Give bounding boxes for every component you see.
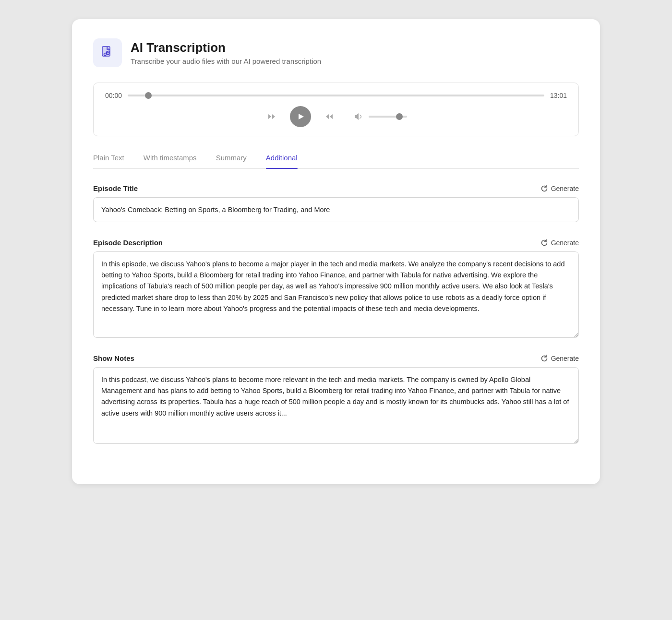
episode-title-generate-button[interactable]: Generate (540, 185, 579, 192)
progress-knob[interactable] (145, 92, 152, 99)
play-button[interactable] (290, 106, 311, 127)
audio-file-icon (100, 46, 115, 60)
progress-bar[interactable] (128, 95, 544, 96)
tab-plain-text[interactable]: Plain Text (93, 154, 124, 168)
rewind-button[interactable] (265, 109, 279, 124)
tabs: Plain Text With timestamps Summary Addit… (93, 154, 579, 169)
progress-row: 00:00 13:01 (105, 92, 567, 99)
show-notes-section: Show Notes Generate (93, 354, 579, 446)
episode-title-label: Episode Title (93, 184, 138, 192)
show-notes-header: Show Notes Generate (93, 354, 579, 362)
audio-player: 00:00 13:01 (93, 83, 579, 136)
show-notes-generate-button[interactable]: Generate (540, 355, 579, 362)
episode-description-label: Episode Description (93, 238, 163, 247)
play-icon (296, 112, 305, 121)
total-time: 13:01 (550, 92, 567, 99)
app-icon (93, 38, 122, 67)
volume-bar[interactable] (369, 116, 407, 118)
episode-description-header: Episode Description Generate (93, 238, 579, 247)
regenerate-icon-2 (540, 239, 548, 247)
volume-button[interactable] (351, 110, 365, 123)
tab-additional[interactable]: Additional (266, 154, 298, 168)
regenerate-icon (540, 185, 548, 192)
volume-icon (353, 112, 363, 121)
current-time: 00:00 (105, 92, 122, 99)
app-title: AI Transcription (131, 40, 321, 55)
show-notes-input[interactable] (93, 367, 579, 444)
rewind-icon (267, 111, 277, 122)
episode-title-header: Episode Title Generate (93, 184, 579, 192)
app-subtitle: Transcribe your audio files with our AI … (131, 57, 321, 65)
episode-description-generate-button[interactable]: Generate (540, 239, 579, 247)
volume-knob[interactable] (396, 113, 403, 120)
regenerate-icon-3 (540, 355, 548, 362)
fastforward-icon (324, 111, 334, 122)
show-notes-label: Show Notes (93, 354, 134, 362)
main-card: AI Transcription Transcribe your audio f… (72, 19, 600, 484)
controls-row (105, 106, 567, 127)
episode-description-input[interactable] (93, 251, 579, 338)
episode-title-input[interactable] (93, 197, 579, 222)
tab-summary[interactable]: Summary (216, 154, 247, 168)
episode-description-section: Episode Description Generate (93, 238, 579, 340)
tab-with-timestamps[interactable]: With timestamps (144, 154, 197, 168)
fastforward-button[interactable] (322, 109, 336, 124)
header-text: AI Transcription Transcribe your audio f… (131, 40, 321, 65)
episode-title-section: Episode Title Generate (93, 184, 579, 224)
volume-fill (369, 116, 399, 118)
volume-control (351, 110, 407, 123)
header: AI Transcription Transcribe your audio f… (93, 38, 579, 67)
